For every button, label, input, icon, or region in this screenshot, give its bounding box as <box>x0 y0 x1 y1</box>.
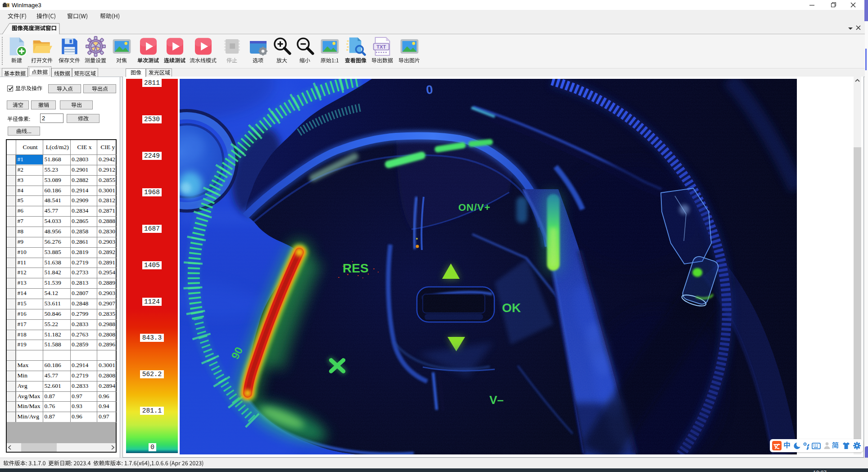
svg-text:TXT: TXT <box>376 44 386 50</box>
